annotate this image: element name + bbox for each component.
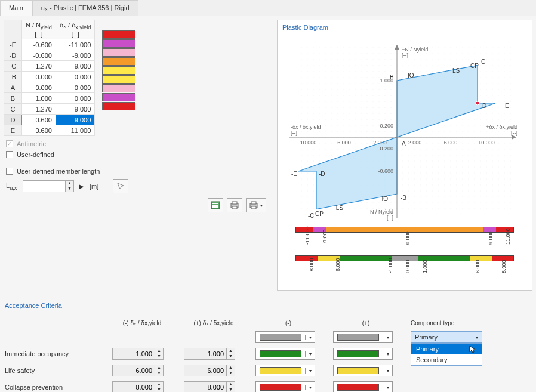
lux-spin-down[interactable]: ▼ <box>65 186 73 192</box>
svg-point-895 <box>486 131 487 132</box>
acc-pos-1[interactable]: ▲▼ <box>184 365 235 376</box>
user-defined-member-length-checkbox[interactable] <box>6 168 13 175</box>
acc-neg-0-down[interactable]: ▼ <box>155 354 163 359</box>
table-cell-n[interactable]: 1.000 <box>22 93 56 104</box>
svg-point-754 <box>457 125 457 126</box>
svg-point-92 <box>313 185 314 186</box>
svg-point-888 <box>486 89 487 90</box>
acc-neg-0[interactable]: ▲▼ <box>112 348 164 360</box>
table-cell-delta[interactable]: 0.000 <box>56 93 94 104</box>
acc-pos-2-up[interactable]: ▲ <box>226 382 235 387</box>
svg-point-264 <box>349 209 350 209</box>
svg-point-133 <box>325 95 326 96</box>
table-cell-n[interactable]: -0.600 <box>22 39 56 50</box>
svg-point-384 <box>379 89 380 90</box>
neg-color-0[interactable]: ▾ <box>255 331 315 343</box>
lux-spinner[interactable]: ▲ ▼ <box>23 180 74 192</box>
table-cell-n[interactable]: 0.000 <box>22 72 56 82</box>
tab-plastic[interactable]: uₓ - Plastic | FEMA 356 | Rigid <box>32 0 138 16</box>
svg-point-266 <box>355 54 356 54</box>
acc-neg-2-input[interactable] <box>113 382 155 392</box>
lux-play-button[interactable]: ▶ <box>79 183 84 190</box>
acc-neg-1-down[interactable]: ▼ <box>155 371 163 376</box>
table-cell-n[interactable]: -1.270 <box>22 61 56 72</box>
neg-color-2[interactable]: ▾ <box>255 365 315 376</box>
table-cell-delta[interactable]: -11.000 <box>56 39 94 50</box>
row-color-swatch <box>102 48 135 57</box>
acc-neg-1[interactable]: ▲▼ <box>112 365 164 376</box>
table-row-header[interactable]: E <box>4 125 22 136</box>
table-row-header[interactable]: A <box>4 82 22 93</box>
table-row-header[interactable]: D <box>4 115 22 125</box>
table-row-header[interactable]: -C <box>4 61 22 72</box>
acc-neg-1-input[interactable] <box>113 365 155 376</box>
table-row-header[interactable]: C <box>4 104 22 115</box>
acc-neg-2[interactable]: ▲▼ <box>112 381 164 392</box>
table-row-header[interactable]: -E <box>4 39 22 50</box>
table-cell-delta[interactable]: -9.000 <box>56 61 94 72</box>
component-type-dropdown[interactable]: Primary▾ Primary Secondary <box>411 331 506 343</box>
neg-color-1[interactable]: ▾ <box>255 348 315 360</box>
table-cell-delta[interactable]: 11.000 <box>56 125 94 136</box>
svg-point-900 <box>486 161 487 162</box>
svg-point-250 <box>349 125 350 126</box>
svg-text:-10.000: -10.000 <box>298 140 317 146</box>
acc-pos-1-up[interactable]: ▲ <box>226 365 235 371</box>
table-cell-delta[interactable]: 9.000 <box>56 104 94 115</box>
svg-point-590 <box>421 149 421 150</box>
svg-point-656 <box>433 209 433 209</box>
pick-button[interactable] <box>113 179 128 193</box>
table-cell-n[interactable]: 0.000 <box>22 82 56 93</box>
svg-point-645 <box>433 143 433 144</box>
table-cell-n[interactable]: 0.600 <box>22 125 56 136</box>
table-cell-n[interactable]: -0.600 <box>22 50 56 61</box>
svg-point-827 <box>475 60 475 60</box>
table-row-header[interactable]: -B <box>4 72 22 82</box>
lux-input[interactable] <box>23 181 65 192</box>
user-defined-checkbox[interactable] <box>6 151 13 158</box>
svg-point-839 <box>475 131 475 132</box>
acc-pos-0-down[interactable]: ▼ <box>226 354 235 359</box>
plastic-points-table[interactable]: N / Nyield[--] δₓ / δx,yield[--] -E -0.6… <box>4 20 95 136</box>
acc-neg-0-input[interactable] <box>113 348 155 359</box>
acc-pos-2-down[interactable]: ▼ <box>226 387 235 392</box>
acc-pos-0[interactable]: ▲▼ <box>184 348 235 360</box>
acc-pos-2-input[interactable] <box>184 382 226 392</box>
table-row-header[interactable]: -D <box>4 50 22 61</box>
table-cell-delta[interactable]: 0.000 <box>56 82 94 93</box>
table-cell-delta[interactable]: -9.000 <box>56 50 94 61</box>
neg-color-3[interactable]: ▾ <box>255 381 315 392</box>
acc-neg-2-up[interactable]: ▲ <box>155 382 163 387</box>
svg-point-564 <box>415 161 415 162</box>
table-cell-delta[interactable]: 9.000 <box>56 115 94 125</box>
pos-color-3[interactable]: ▾ <box>333 381 393 392</box>
svg-point-988 <box>504 185 505 186</box>
svg-point-764 <box>457 185 457 186</box>
acc-neg-2-down[interactable]: ▼ <box>155 387 163 392</box>
acc-pos-0-input[interactable] <box>184 348 226 359</box>
acc-pos-1-down[interactable]: ▼ <box>226 371 235 376</box>
svg-point-991 <box>504 203 505 203</box>
acc-neg-1-up[interactable]: ▲ <box>155 365 163 371</box>
acc-pos-0-up[interactable]: ▲ <box>226 348 235 354</box>
pos-color-0[interactable]: ▾ <box>333 331 393 343</box>
table-cell-n[interactable]: 1.270 <box>22 104 56 115</box>
acc-neg-0-up[interactable]: ▲ <box>155 348 163 354</box>
print-dropdown-button[interactable]: ▼ <box>246 198 266 212</box>
acc-pos-2[interactable]: ▲▼ <box>184 381 235 392</box>
svg-text:[--]: [--] <box>291 130 297 136</box>
export-xls-button[interactable] <box>208 198 223 212</box>
svg-point-795 <box>463 203 463 203</box>
lux-spin-up[interactable]: ▲ <box>65 181 73 186</box>
table-cell-n[interactable]: 0.600 <box>22 115 56 125</box>
svg-text:D: D <box>482 103 486 109</box>
tab-main[interactable]: Main <box>0 0 32 16</box>
pos-color-2[interactable]: ▾ <box>333 365 393 376</box>
component-type-option-primary[interactable]: Primary <box>411 344 482 354</box>
pos-color-1[interactable]: ▾ <box>333 348 393 360</box>
table-row-header[interactable]: B <box>4 93 22 104</box>
component-type-option-secondary[interactable]: Secondary <box>411 354 482 365</box>
acc-pos-1-input[interactable] <box>184 365 226 376</box>
print-preview-button[interactable] <box>227 198 242 212</box>
table-cell-delta[interactable]: 0.000 <box>56 72 94 82</box>
